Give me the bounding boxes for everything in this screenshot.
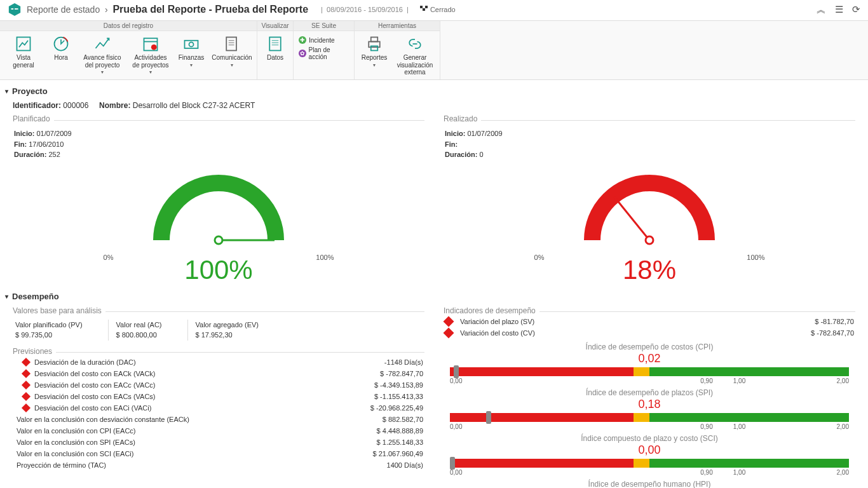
clock-icon bbox=[52, 35, 70, 53]
prevision-label: Valor en la conclusión con desviación co… bbox=[17, 416, 189, 423]
bar-track bbox=[450, 367, 849, 376]
bar-ticks: 0,000,901,002,00 bbox=[450, 469, 849, 476]
section-proyecto-header[interactable]: ▾ Proyecto bbox=[0, 80, 868, 98]
bar-value: 0,00 bbox=[444, 444, 855, 457]
prevision-row: Valor en la conclusión con desviación co… bbox=[13, 414, 424, 425]
printer-icon bbox=[365, 35, 383, 53]
data-icon bbox=[266, 35, 284, 53]
prevision-row: Valor en la conclusión con SPI (EACs)$ 1… bbox=[13, 437, 424, 448]
realizado-stats: Inicio: 01/07/2009 Fin: Duración: 0 bbox=[444, 125, 855, 164]
prevision-row: Valor en la conclusión con SCI (EACi)$ 2… bbox=[13, 448, 424, 459]
plan-accion-button[interactable]: ✿Plan de acción bbox=[299, 46, 349, 60]
page-title: Prueba del Reporte - Prueba del Reporte bbox=[112, 4, 308, 15]
vista-general-button[interactable]: Vista general bbox=[4, 34, 43, 70]
planificado-panel: Planificado Inicio: 01/07/2009 Fin: 17/0… bbox=[13, 120, 424, 285]
diamond-icon bbox=[444, 316, 454, 327]
caret-down-icon: ▾ bbox=[5, 88, 8, 95]
diamond-icon bbox=[22, 369, 31, 377]
prevision-value: -1148 Día(s) bbox=[384, 358, 423, 366]
comunicacion-button[interactable]: Comunicación▾ bbox=[211, 34, 253, 69]
project-identity: Identificador: 000006 Nombre: Desarrollo… bbox=[0, 98, 868, 114]
caret-down-icon: ▾ bbox=[5, 293, 8, 300]
prevision-label: Desviación del costo con EACs (VACs) bbox=[34, 393, 156, 400]
generar-visualizacion-button[interactable]: Generar visualización externa bbox=[394, 34, 436, 78]
ac-block: Valor real (AC)$ 800.800,00 bbox=[108, 320, 162, 341]
ribbon-group-title: Visualizar bbox=[257, 21, 293, 31]
ribbon-group-title: SE Suite bbox=[294, 21, 354, 31]
svg-rect-1 bbox=[11, 8, 14, 10]
prevision-row: Desviación del costo con EACk (VACk)$ -7… bbox=[13, 368, 424, 379]
header-actions: ︽ ☰ ⟳ bbox=[817, 4, 860, 16]
prevision-row: Valor en la conclusión con CPI (EACc)$ 4… bbox=[13, 425, 424, 437]
diamond-icon bbox=[22, 403, 31, 412]
bar-pointer bbox=[450, 457, 455, 470]
prevision-label: Desviación del costo con EACk (VACk) bbox=[34, 370, 156, 377]
gauge-planificado: 0% 100% 100% bbox=[13, 164, 424, 285]
ribbon-group-datos-registro: Datos del registro Vista general Hora Av… bbox=[0, 21, 257, 79]
svg-rect-2 bbox=[15, 8, 18, 10]
flag-icon bbox=[420, 6, 428, 13]
status-badge: Cerrado bbox=[420, 6, 456, 13]
ribbon-group-se-suite: SE Suite ✚Incidente ✿Plan de acción bbox=[294, 21, 355, 79]
date-range: | 08/09/2016 - 15/09/2016 | bbox=[321, 6, 409, 13]
indicadores-panel: Indicadores de desempeño Variación del p… bbox=[444, 311, 855, 489]
actividades-button[interactable]: Actividades de proyectos▾ bbox=[130, 34, 172, 76]
prevision-label: Proyección de término (TAC) bbox=[17, 461, 106, 469]
prevision-value: $ 4.448.888,89 bbox=[377, 427, 423, 435]
document-icon bbox=[223, 35, 241, 53]
prevision-value: $ -1.155.413,33 bbox=[374, 393, 423, 400]
datos-button[interactable]: Datos bbox=[261, 34, 289, 63]
section-desempeno-header[interactable]: ▾ Desempeño bbox=[0, 285, 868, 304]
ribbon-group-title: Datos del registro bbox=[0, 21, 257, 31]
ribbon-toolbar: Datos del registro Vista general Hora Av… bbox=[0, 21, 868, 80]
finanzas-button[interactable]: Finanzas▾ bbox=[175, 34, 207, 69]
bar-title: Índice de desempeño de costos (CPI) bbox=[444, 342, 855, 351]
svg-point-25 bbox=[215, 236, 222, 244]
prevision-value: $ -20.968.225,49 bbox=[370, 404, 423, 412]
bar-track bbox=[450, 459, 849, 468]
prevision-value: $ -4.349.153,89 bbox=[374, 381, 423, 389]
prevision-row: Desviación del costo con EACi (VACi)$ -2… bbox=[13, 402, 424, 414]
bar-ticks: 0,000,901,002,00 bbox=[450, 377, 849, 384]
page-header: Reporte de estado › Prueba del Reporte -… bbox=[0, 0, 868, 21]
previsiones-panel: Previsiones Desviación de la duración (D… bbox=[13, 352, 424, 471]
indicator-bar: Índice de desempeño humano (HPI)0,15 bbox=[444, 480, 855, 489]
reportes-button[interactable]: Reportes▾ bbox=[358, 34, 390, 69]
ev-block: Valor agregado (EV)$ 17.952,30 bbox=[187, 320, 259, 341]
prevision-row: Desviación de la duración (DAC)-1148 Día… bbox=[13, 356, 424, 368]
prevision-row: Desviación del costo con EACc (VACc)$ -4… bbox=[13, 379, 424, 391]
prevision-row: Desviación del costo con EACs (VACs)$ -1… bbox=[13, 391, 424, 402]
collapse-icon[interactable]: ︽ bbox=[817, 4, 826, 16]
bar-title: Índice de desempeño humano (HPI) bbox=[444, 480, 855, 489]
incidente-button[interactable]: ✚Incidente bbox=[299, 36, 349, 44]
calendar-icon bbox=[142, 35, 159, 53]
breadcrumb: Reporte de estado › Prueba del Reporte -… bbox=[27, 4, 308, 15]
prevision-label: Desviación del costo con EACc (VACc) bbox=[34, 381, 156, 389]
svg-point-12 bbox=[189, 42, 194, 46]
hora-button[interactable]: Hora bbox=[47, 34, 75, 63]
sv-row: Variación del plazo (SV)$ -81.782,70 bbox=[444, 316, 855, 327]
avance-fisico-button[interactable]: Avance físico del proyecto▾ bbox=[79, 34, 126, 76]
section-title: Proyecto bbox=[12, 86, 48, 96]
ribbon-group-title: Herramientas bbox=[355, 21, 440, 31]
diamond-icon bbox=[22, 357, 31, 366]
refresh-icon[interactable]: ⟳ bbox=[852, 4, 860, 16]
plan-icon: ✿ bbox=[299, 50, 306, 57]
ribbon-group-visualizar: Visualizar Datos bbox=[257, 21, 294, 79]
fieldset-legend: Realizado bbox=[444, 114, 481, 123]
prevision-value: 1400 Día(s) bbox=[387, 461, 423, 469]
breadcrumb-root[interactable]: Reporte de estado bbox=[27, 4, 100, 15]
list-icon[interactable]: ☰ bbox=[835, 4, 843, 16]
plus-icon: ✚ bbox=[299, 36, 306, 44]
svg-point-10 bbox=[151, 44, 157, 50]
prevision-label: Valor en la conclusión con SCI (EACi) bbox=[17, 450, 133, 458]
diamond-icon bbox=[22, 391, 31, 400]
pv-block: Valor planificado (PV)$ 99.735,00 bbox=[14, 320, 83, 341]
svg-rect-4 bbox=[423, 8, 425, 11]
prevision-row: Proyección de término (TAC)1400 Día(s) bbox=[13, 459, 424, 471]
bar-title: Índice compuesto de plazo y costo (SCI) bbox=[444, 434, 855, 443]
prevision-label: Desviación del costo con EACi (VACi) bbox=[34, 404, 151, 412]
bar-pointer bbox=[486, 411, 491, 424]
ribbon-group-herramientas: Herramientas Reportes▾ Generar visualiza… bbox=[355, 21, 440, 79]
bar-track bbox=[450, 413, 849, 422]
